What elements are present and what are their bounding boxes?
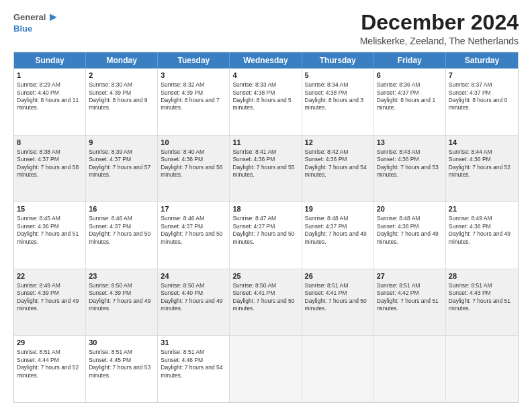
sunrise-text: Sunrise: 8:36 AM bbox=[377, 81, 420, 88]
sunset-text: Sunset: 4:45 PM bbox=[89, 357, 131, 363]
sunrise-text: Sunrise: 8:32 AM bbox=[161, 81, 204, 88]
sunrise-text: Sunrise: 8:40 AM bbox=[161, 148, 204, 155]
cal-cell-15: 15Sunrise: 8:45 AMSunset: 4:36 PMDayligh… bbox=[14, 202, 86, 269]
cal-cell-4: 4Sunrise: 8:33 AMSunset: 4:38 PMDaylight… bbox=[230, 68, 302, 135]
cal-cell-29: 29Sunrise: 8:51 AMSunset: 4:44 PMDayligh… bbox=[14, 336, 86, 402]
cal-cell-24: 24Sunrise: 8:50 AMSunset: 4:40 PMDayligh… bbox=[158, 269, 230, 336]
day-number: 23 bbox=[89, 271, 154, 281]
daylight-text: Daylight: 8 hours and 5 minutes. bbox=[232, 97, 291, 111]
day-number: 20 bbox=[377, 204, 443, 214]
sunset-text: Sunset: 4:42 PM bbox=[377, 289, 419, 296]
day-number: 15 bbox=[17, 204, 83, 214]
sunset-text: Sunset: 4:36 PM bbox=[232, 156, 275, 163]
cal-cell-10: 10Sunrise: 8:40 AMSunset: 4:36 PMDayligh… bbox=[158, 136, 230, 202]
cal-cell-2: 2Sunrise: 8:30 AMSunset: 4:39 PMDaylight… bbox=[86, 68, 158, 135]
daylight-text: Daylight: 7 hours and 49 minutes. bbox=[17, 298, 79, 312]
sunrise-text: Sunrise: 8:48 AM bbox=[377, 215, 420, 222]
cal-cell-9: 9Sunrise: 8:39 AMSunset: 4:37 PMDaylight… bbox=[86, 136, 158, 202]
cal-cell-5: 5Sunrise: 8:34 AMSunset: 4:38 PMDaylight… bbox=[302, 68, 374, 135]
sunrise-text: Sunrise: 8:50 AM bbox=[232, 282, 276, 289]
day-number: 21 bbox=[449, 204, 515, 214]
sunrise-text: Sunrise: 8:51 AM bbox=[17, 349, 60, 355]
sunset-text: Sunset: 4:36 PM bbox=[17, 223, 59, 230]
day-number: 12 bbox=[305, 138, 371, 148]
day-number: 10 bbox=[161, 138, 226, 148]
sunset-text: Sunset: 4:46 PM bbox=[161, 357, 203, 363]
sunset-text: Sunset: 4:38 PM bbox=[377, 223, 419, 230]
sunset-text: Sunset: 4:38 PM bbox=[232, 89, 275, 96]
cal-cell-3: 3Sunrise: 8:32 AMSunset: 4:39 PMDaylight… bbox=[158, 68, 230, 135]
sunrise-text: Sunrise: 8:29 AM bbox=[17, 81, 60, 88]
page: General ► Blue December 2024 Meliskerke,… bbox=[0, 0, 532, 411]
day-number: 14 bbox=[449, 138, 515, 148]
sunset-text: Sunset: 4:38 PM bbox=[305, 89, 347, 96]
sunset-text: Sunset: 4:39 PM bbox=[89, 289, 131, 296]
day-number: 5 bbox=[305, 71, 371, 81]
cal-cell-21: 21Sunrise: 8:49 AMSunset: 4:38 PMDayligh… bbox=[446, 202, 518, 269]
sunrise-text: Sunrise: 8:42 AM bbox=[305, 148, 349, 155]
cal-cell-28: 28Sunrise: 8:51 AMSunset: 4:43 PMDayligh… bbox=[446, 269, 518, 336]
day-header-thursday: Thursday bbox=[302, 52, 374, 68]
logo-blue-text: Blue bbox=[13, 24, 32, 34]
day-number: 28 bbox=[449, 271, 515, 281]
sunset-text: Sunset: 4:39 PM bbox=[161, 89, 203, 96]
sunset-text: Sunset: 4:38 PM bbox=[449, 223, 491, 230]
day-number: 25 bbox=[232, 271, 298, 281]
cal-row-4: 29Sunrise: 8:51 AMSunset: 4:44 PMDayligh… bbox=[14, 335, 518, 402]
cal-cell-23: 23Sunrise: 8:50 AMSunset: 4:39 PMDayligh… bbox=[86, 269, 158, 336]
sunset-text: Sunset: 4:37 PM bbox=[377, 89, 419, 96]
sunrise-text: Sunrise: 8:51 AM bbox=[305, 282, 349, 289]
day-number: 18 bbox=[232, 204, 298, 214]
day-number: 6 bbox=[377, 71, 443, 81]
sunrise-text: Sunrise: 8:34 AM bbox=[305, 81, 349, 88]
day-header-monday: Monday bbox=[86, 52, 158, 68]
sunrise-text: Sunrise: 8:39 AM bbox=[89, 148, 132, 155]
daylight-text: Daylight: 7 hours and 49 minutes. bbox=[377, 230, 439, 244]
daylight-text: Daylight: 8 hours and 7 minutes. bbox=[161, 97, 219, 111]
sunset-text: Sunset: 4:37 PM bbox=[232, 223, 275, 230]
day-number: 13 bbox=[377, 138, 443, 148]
calendar-header: SundayMondayTuesdayWednesdayThursdayFrid… bbox=[14, 52, 518, 68]
cal-cell-31: 31Sunrise: 8:51 AMSunset: 4:46 PMDayligh… bbox=[158, 336, 230, 402]
cal-row-2: 15Sunrise: 8:45 AMSunset: 4:36 PMDayligh… bbox=[14, 201, 518, 269]
sunset-text: Sunset: 4:40 PM bbox=[161, 289, 203, 296]
daylight-text: Daylight: 7 hours and 49 minutes. bbox=[449, 230, 511, 244]
daylight-text: Daylight: 8 hours and 11 minutes. bbox=[17, 97, 79, 111]
sunrise-text: Sunrise: 8:50 AM bbox=[89, 282, 132, 289]
logo-general-text: General bbox=[13, 13, 46, 22]
day-number: 22 bbox=[17, 271, 83, 281]
sunset-text: Sunset: 4:39 PM bbox=[17, 289, 59, 296]
daylight-text: Daylight: 7 hours and 56 minutes. bbox=[161, 164, 222, 178]
day-header-friday: Friday bbox=[374, 52, 446, 68]
day-header-wednesday: Wednesday bbox=[230, 52, 302, 68]
sunrise-text: Sunrise: 8:48 AM bbox=[305, 215, 349, 222]
day-number: 29 bbox=[17, 338, 83, 348]
sunrise-text: Sunrise: 8:44 AM bbox=[449, 148, 492, 155]
cal-cell-14: 14Sunrise: 8:44 AMSunset: 4:36 PMDayligh… bbox=[446, 136, 518, 202]
empty-cell bbox=[374, 336, 446, 402]
daylight-text: Daylight: 8 hours and 3 minutes. bbox=[305, 97, 363, 111]
sunrise-text: Sunrise: 8:46 AM bbox=[161, 215, 204, 222]
sunset-text: Sunset: 4:36 PM bbox=[449, 156, 491, 163]
daylight-text: Daylight: 7 hours and 58 minutes. bbox=[17, 164, 79, 178]
sunrise-text: Sunrise: 8:51 AM bbox=[377, 282, 420, 289]
cal-cell-1: 1Sunrise: 8:29 AMSunset: 4:40 PMDaylight… bbox=[14, 68, 86, 135]
day-number: 16 bbox=[89, 204, 154, 214]
daylight-text: Daylight: 7 hours and 55 minutes. bbox=[232, 164, 294, 178]
daylight-text: Daylight: 7 hours and 52 minutes. bbox=[449, 164, 511, 178]
logo: General ► Blue bbox=[13, 11, 59, 34]
day-header-tuesday: Tuesday bbox=[158, 52, 230, 68]
daylight-text: Daylight: 7 hours and 50 minutes. bbox=[305, 298, 367, 312]
month-title: December 2024 bbox=[360, 11, 519, 34]
sunset-text: Sunset: 4:37 PM bbox=[449, 89, 491, 96]
day-header-saturday: Saturday bbox=[446, 52, 518, 68]
empty-cell bbox=[446, 336, 518, 402]
cal-cell-11: 11Sunrise: 8:41 AMSunset: 4:36 PMDayligh… bbox=[230, 136, 302, 202]
sunrise-text: Sunrise: 8:46 AM bbox=[89, 215, 132, 222]
sunset-text: Sunset: 4:43 PM bbox=[449, 289, 491, 296]
sunrise-text: Sunrise: 8:50 AM bbox=[161, 282, 204, 289]
cal-cell-8: 8Sunrise: 8:38 AMSunset: 4:37 PMDaylight… bbox=[14, 136, 86, 202]
calendar-body: 1Sunrise: 8:29 AMSunset: 4:40 PMDaylight… bbox=[14, 68, 518, 402]
day-number: 8 bbox=[17, 138, 83, 148]
sunrise-text: Sunrise: 8:41 AM bbox=[232, 148, 276, 155]
